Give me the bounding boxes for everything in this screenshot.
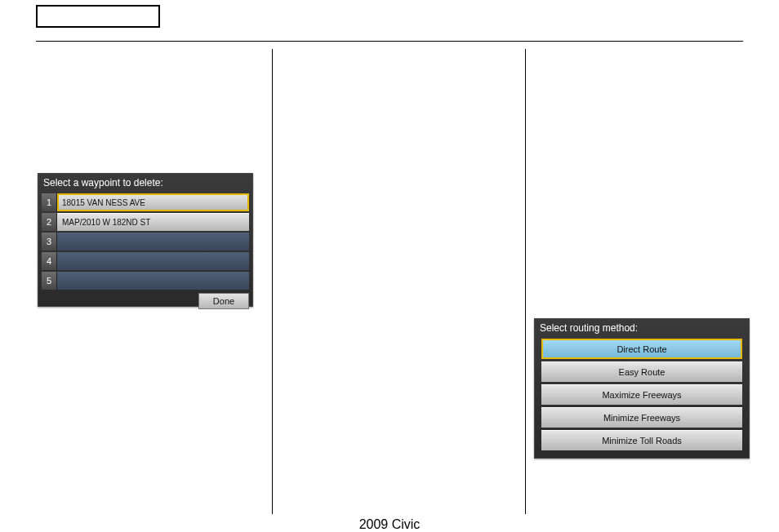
waypoint-row-number: 2	[42, 213, 57, 231]
header-box	[36, 5, 160, 28]
waypoint-row-label	[57, 272, 249, 290]
routing-option[interactable]: Minimize Freeways	[541, 407, 742, 428]
routing-screen-title: Select routing method:	[535, 319, 749, 339]
waypoint-row-label: 18015 VAN NESS AVE	[57, 193, 249, 211]
waypoint-row-label	[57, 233, 249, 250]
waypoint-row-number: 4	[42, 252, 57, 270]
routing-option[interactable]: Maximize Freeways	[541, 384, 742, 405]
routing-option[interactable]: Direct Route	[541, 339, 742, 359]
waypoint-row-label: MAP/2010 W 182ND ST	[57, 213, 249, 231]
routing-options: Direct RouteEasy RouteMaximize FreewaysM…	[535, 339, 749, 458]
routing-method-screen: Select routing method: Direct RouteEasy …	[534, 318, 750, 459]
waypoint-row-number: 5	[42, 272, 57, 290]
waypoint-row[interactable]: 2MAP/2010 W 182ND ST	[42, 213, 249, 231]
waypoint-row[interactable]: 118015 VAN NESS AVE	[42, 193, 249, 211]
waypoint-row[interactable]: 4	[42, 252, 249, 270]
waypoint-row-number: 3	[42, 233, 57, 250]
waypoint-rows: 118015 VAN NESS AVE2MAP/2010 W 182ND ST3…	[38, 193, 252, 291]
footer-label: 2009 Civic	[0, 517, 779, 532]
column-separator-2	[525, 49, 526, 514]
header-rule	[36, 41, 743, 42]
waypoint-row-number: 1	[42, 193, 57, 211]
waypoint-row[interactable]: 5	[42, 272, 249, 290]
waypoint-row[interactable]: 3	[42, 233, 249, 250]
waypoint-screen-title: Select a waypoint to delete:	[38, 174, 252, 193]
waypoint-row-label	[57, 252, 249, 270]
waypoint-delete-screen: Select a waypoint to delete: 118015 VAN …	[38, 173, 253, 307]
routing-option[interactable]: Minimize Toll Roads	[541, 430, 742, 450]
column-separator-1	[272, 49, 273, 514]
done-button[interactable]: Done	[198, 293, 249, 309]
routing-option[interactable]: Easy Route	[541, 361, 742, 382]
